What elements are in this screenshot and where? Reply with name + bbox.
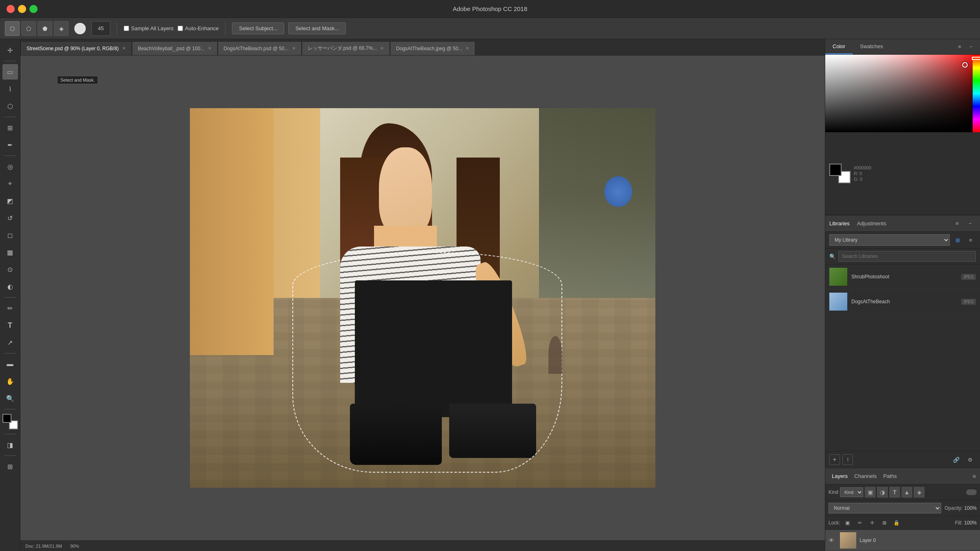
magnetic-lasso-btn[interactable]: ⬟ [38, 21, 52, 36]
filter-toggle[interactable] [966, 489, 977, 495]
color-panel-menu-btn[interactable]: ≡ [954, 41, 965, 53]
tab-dogs-beach[interactable]: DogsAtTheBeach.psd @ 50... ✕ [218, 41, 302, 55]
brush-circle [74, 23, 86, 34]
blend-mode-select[interactable]: Normal [829, 503, 941, 513]
library-list-view-btn[interactable]: ≡ [965, 235, 976, 245]
filter-smartobj-btn[interactable]: ◈ [914, 487, 924, 498]
opacity-value[interactable]: 100% [964, 505, 977, 511]
type-tool[interactable]: T [2, 318, 18, 333]
tab-raccoon-close[interactable]: ✕ [380, 46, 384, 51]
libraries-tab[interactable]: Libraries [829, 220, 850, 227]
libraries-collapse-btn[interactable]: − [964, 218, 976, 229]
library-grid-view-btn[interactable]: ⊞ [952, 235, 963, 245]
toolbar-sep-5 [4, 353, 16, 353]
quick-select-tool[interactable]: ⬡ [2, 98, 18, 114]
layers-collapse-btn[interactable]: ≡ [973, 473, 976, 480]
library-dropdown-row: My Library ⊞ ≡ [825, 232, 980, 249]
libraries-menu-btn[interactable]: ≡ [951, 218, 963, 229]
history-brush-tool[interactable]: ↺ [2, 210, 18, 226]
tab-bar: StreetScene.psd @ 90% (Layer 0, RGB/8) ✕… [20, 39, 825, 56]
lock-pixels-btn[interactable]: ▣ [843, 518, 853, 528]
select-rect-tool[interactable]: ▭ [2, 64, 18, 80]
auto-enhance-checkbox[interactable] [178, 26, 183, 31]
quick-select-btn[interactable]: ◈ [54, 21, 69, 36]
swatches-tab[interactable]: Swatches [853, 39, 890, 54]
library-link-btn[interactable]: 🔗 [951, 454, 962, 465]
eyedropper-tool[interactable]: ✒ [2, 137, 18, 153]
layers-filter-select[interactable]: Kind [840, 487, 863, 497]
canvas-image[interactable] [190, 108, 655, 488]
lasso-tool[interactable]: ⌇ [2, 81, 18, 97]
tab-beach-volleyball[interactable]: BeachVolleyball_.psd @ 100... ✕ [132, 41, 218, 55]
fg-bg-color-indicator[interactable] [2, 414, 18, 429]
filter-shape-btn[interactable]: ▲ [902, 487, 912, 498]
layer-visibility-toggle[interactable]: 👁 [829, 537, 837, 544]
tab-beach-close[interactable]: ✕ [208, 46, 212, 51]
rectangle-shape-tool[interactable]: ▬ [2, 356, 18, 372]
polygon-lasso-btn[interactable]: ⬠ [21, 21, 36, 36]
fg-color-box[interactable] [829, 164, 842, 176]
auto-enhance-group: Auto-Enhance [178, 25, 218, 31]
adjustments-tab[interactable]: Adjustments [857, 220, 886, 227]
blur-tool[interactable]: ⊙ [2, 262, 18, 277]
filter-adjustment-btn[interactable]: ◑ [877, 487, 888, 498]
minimize-button[interactable] [18, 5, 26, 13]
select-subject-button[interactable]: Select Subject... [232, 22, 284, 34]
table-row[interactable]: 👁 Layer 0 [825, 530, 980, 551]
canvas-wrapper[interactable]: Select and Mask. [20, 56, 825, 540]
brush-size-display[interactable]: 45 [91, 21, 110, 36]
pen-tool[interactable]: ✏ [2, 300, 18, 316]
toolbar-sep-4 [4, 297, 16, 298]
select-mask-button[interactable]: Select and Mask... [288, 22, 346, 34]
tab-raccoon[interactable]: レッサーパンダ.psd @ 66.7%... ✕ [302, 41, 390, 55]
zoom-tool[interactable]: 🔍 [2, 391, 18, 406]
tab-street-close[interactable]: ✕ [122, 46, 126, 51]
paths-tab[interactable]: Paths [881, 473, 899, 479]
search-icon: 🔍 [829, 253, 836, 260]
dodge-tool[interactable]: ◐ [2, 279, 18, 294]
lasso-tool-btn[interactable]: ⬡ [5, 21, 20, 36]
library-select-dropdown[interactable]: My Library [829, 234, 950, 246]
maximize-button[interactable] [29, 5, 38, 13]
screen-mode-tool[interactable]: ⊞ [2, 459, 18, 474]
clone-stamp-tool[interactable]: ◩ [2, 193, 18, 209]
lock-artboard-btn[interactable]: ⊠ [880, 518, 889, 528]
fill-value[interactable]: 100% [964, 520, 977, 526]
library-search-input[interactable] [838, 251, 976, 262]
color-spectrum[interactable] [825, 55, 980, 132]
library-add-btn[interactable]: + [829, 454, 840, 465]
tab-dogs-jpeg[interactable]: DogsAtTheBeach.jpeg @ 50... ✕ [390, 41, 475, 55]
spot-heal-tool[interactable]: ◎ [2, 159, 18, 174]
quick-mask-tool[interactable]: ◨ [2, 437, 18, 453]
path-select-tool[interactable]: ↗ [2, 335, 18, 350]
filter-type-btn[interactable]: T [889, 487, 900, 498]
tab-street-scene[interactable]: StreetScene.psd @ 90% (Layer 0, RGB/8) ✕ [20, 41, 132, 55]
close-button[interactable] [7, 5, 15, 13]
library-item-dogs[interactable]: DogsAtTheBeach JPEG [825, 289, 980, 314]
figure-boot-right [449, 404, 536, 458]
move-tool[interactable]: ✛ [2, 42, 18, 58]
blend-mode-bar: Normal Opacity: 100% [825, 500, 980, 516]
library-settings-btn[interactable]: ⚙ [964, 454, 976, 465]
color-tab[interactable]: Color [825, 39, 853, 54]
color-panel-collapse-btn[interactable]: − [965, 41, 977, 53]
tab-dogs-jpeg-close[interactable]: ✕ [466, 46, 469, 51]
filter-pixel-btn[interactable]: ▣ [865, 487, 875, 498]
lock-all-btn[interactable]: 🔒 [892, 518, 902, 528]
lock-position-btn[interactable]: ✏ [855, 518, 865, 528]
crop-tool[interactable]: ⊞ [2, 120, 18, 136]
lock-move-btn[interactable]: ✛ [867, 518, 877, 528]
eraser-tool[interactable]: ◻ [2, 227, 18, 243]
sample-all-layers-checkbox[interactable] [124, 26, 129, 31]
layers-tab[interactable]: Layers [829, 473, 850, 479]
hue-bar-right[interactable] [973, 55, 980, 132]
library-item-shrub[interactable]: ShrubPhotoshoot JPEG [825, 264, 980, 289]
brush-tool[interactable]: ⌖ [2, 176, 18, 191]
hand-tool[interactable]: ✋ [2, 373, 18, 389]
gradient-tool[interactable]: ▦ [2, 244, 18, 260]
foreground-color-swatch[interactable] [2, 414, 11, 423]
tab-dogs-close[interactable]: ✕ [292, 46, 296, 51]
hue-bar-indicator [972, 57, 980, 60]
library-upload-btn[interactable]: ↑ [842, 454, 853, 465]
channels-tab[interactable]: Channels [852, 473, 879, 479]
